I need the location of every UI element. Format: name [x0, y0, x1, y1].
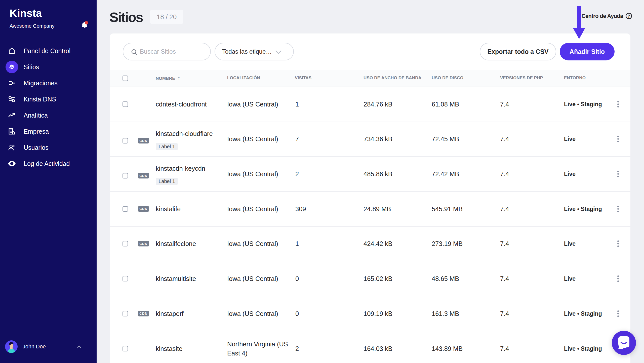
- svg-text:Kinsta: Kinsta: [10, 8, 42, 19]
- svg-text:?: ?: [628, 14, 630, 18]
